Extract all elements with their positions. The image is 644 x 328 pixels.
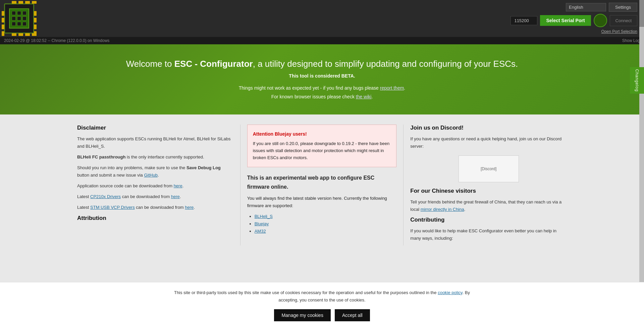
- discord-text: If you have any questions or need a quic…: [410, 135, 567, 150]
- lang-row: English Deutsch Français Español 中文 Sett…: [566, 3, 637, 12]
- github-link[interactable]: GitHub: [144, 173, 157, 178]
- chip-pin: [12, 33, 16, 36]
- main-content: Disclaimer The web application supports …: [70, 114, 574, 256]
- chip-pin: [18, 1, 23, 4]
- disclaimer-stm: Latest STM USB VCP Drivers can be downlo…: [77, 204, 233, 211]
- experimental-text: You will always find the latest stable v…: [247, 195, 397, 209]
- hero-description: , a utility designed to simplify updatin…: [253, 59, 518, 69]
- chip-pin: [34, 25, 37, 29]
- mirror-link[interactable]: mirror directly in China: [421, 207, 464, 212]
- attention-title: Attention Bluejay users!: [253, 130, 391, 138]
- am32-link[interactable]: AM32: [255, 229, 266, 234]
- disclaimer-column: Disclaimer The web application supports …: [77, 125, 240, 246]
- chip-pin: [34, 18, 37, 22]
- list-item: AM32: [255, 228, 397, 235]
- header-right: English Deutsch Français Español 中文 Sett…: [511, 3, 637, 34]
- firmware-list: BLHeli_S Bluejay AM32: [247, 213, 397, 235]
- right-column: Join us on Discord! If you have any ques…: [404, 125, 567, 246]
- language-select[interactable]: English Deutsch Français Español 中文: [566, 3, 606, 11]
- chip-pin: [32, 33, 37, 36]
- chip-pin: [34, 11, 37, 16]
- disclaimer-text1: The web application supports ESCs runnin…: [77, 135, 233, 150]
- scrollbar-thumb[interactable]: [639, 0, 644, 27]
- stm-link[interactable]: STM USB VCP Drivers: [90, 205, 135, 210]
- attention-text: If you are still on 0.20.0, please downg…: [253, 140, 391, 161]
- bluejay-link[interactable]: Bluejay: [255, 221, 269, 226]
- stm-here-link[interactable]: here: [185, 205, 194, 210]
- discord-image: [Discord]: [459, 155, 519, 182]
- hero-sub-text4: .: [371, 94, 373, 99]
- disclaimer-debug-info: Should you run into any problems, make s…: [77, 164, 233, 179]
- disclaimer-title: Disclaimer: [77, 125, 233, 131]
- chinese-text: Tell your friends behind the great firew…: [410, 198, 567, 213]
- cp210x-link[interactable]: CP210x Drivers: [90, 194, 121, 199]
- show-log-button[interactable]: Show Log: [622, 38, 640, 43]
- list-item: BLHeli_S: [255, 213, 397, 220]
- chip-pin: [2, 18, 4, 22]
- hero-sub-text2: .: [404, 85, 405, 91]
- chip-pin: [32, 1, 37, 4]
- chip-pin: [12, 1, 16, 4]
- hero-intro: Welcome to: [126, 59, 174, 69]
- disclaimer-passthrough: BLHeli FC passthrough is the only interf…: [77, 153, 233, 161]
- wiki-link[interactable]: the wiki: [356, 94, 372, 99]
- middle-column: Attention Bluejay users! If you are stil…: [240, 125, 404, 246]
- status-timestamp: 2024-02-29 @ 18:02:52 -- Chrome (122.0.0…: [4, 38, 109, 43]
- chinese-visitors-title: For our Chinese visitors: [410, 188, 567, 194]
- list-item: Bluejay: [255, 220, 397, 228]
- passthrough-label: BLHeli FC passthrough: [77, 154, 125, 159]
- report-bugs-link[interactable]: report them: [380, 85, 404, 91]
- changelog-tab[interactable]: Changelog: [630, 67, 644, 94]
- attention-box: Attention Bluejay users! If you are stil…: [247, 125, 397, 167]
- hero-sub-text1: Things might not work as expected yet - …: [239, 85, 380, 91]
- experimental-box: This is an experimental web app to confi…: [247, 173, 397, 235]
- chip-pin: [25, 33, 30, 36]
- chip-pin: [2, 31, 4, 36]
- logo-chip: [4, 3, 34, 34]
- experimental-title: This is an experimental web app to confi…: [247, 173, 397, 191]
- settings-button[interactable]: Settings: [609, 3, 637, 12]
- port-row: 115200 Select Serial Port Connect: [511, 14, 637, 27]
- hero-sub-text: Things might not work as expected yet - …: [7, 84, 637, 101]
- hero-app-name: ESC - Configurator: [174, 59, 253, 69]
- contributing-title: Contributing: [410, 217, 567, 223]
- logo-area: [4, 3, 34, 34]
- connect-button[interactable]: Connect: [610, 15, 637, 26]
- source-here-link[interactable]: here: [174, 183, 182, 188]
- chip-pin: [2, 11, 4, 16]
- baud-rate-display: 115200: [511, 16, 537, 25]
- cp210x-here-link[interactable]: here: [171, 194, 180, 199]
- hero-title: Welcome to ESC - Configurator, a utility…: [7, 58, 637, 70]
- disclaimer-source: Application source code can be downloade…: [77, 182, 233, 190]
- disclaimer-cp210x: Latest CP210x Drivers can be downloaded …: [77, 193, 233, 200]
- open-port-selection-link[interactable]: Open Port Selection: [601, 29, 637, 34]
- status-bar: 2024-02-29 @ 18:02:52 -- Chrome (122.0.0…: [0, 37, 644, 44]
- header: English Deutsch Français Español 中文 Sett…: [0, 0, 644, 37]
- discord-title: Join us on Discord!: [410, 125, 567, 131]
- hero-beta-notice: This tool is considered BETA.: [7, 73, 637, 79]
- hero-section: Welcome to ESC - Configurator, a utility…: [0, 44, 644, 114]
- chip-pin: [25, 1, 30, 4]
- connection-status-icon: [594, 14, 607, 27]
- chip-pin: [18, 33, 23, 36]
- select-serial-port-button[interactable]: Select Serial Port: [540, 15, 591, 26]
- hero-sub-text3: For known browser issues please check: [271, 94, 356, 99]
- attribution-title: Attribution: [77, 215, 233, 222]
- chip-pin: [2, 25, 4, 29]
- contributing-text: If you would like to help make ESC Confi…: [410, 227, 567, 242]
- blheli-s-link[interactable]: BLHeli_S: [255, 214, 273, 219]
- scrollbar[interactable]: [639, 0, 644, 255]
- chip-inner: [9, 8, 29, 29]
